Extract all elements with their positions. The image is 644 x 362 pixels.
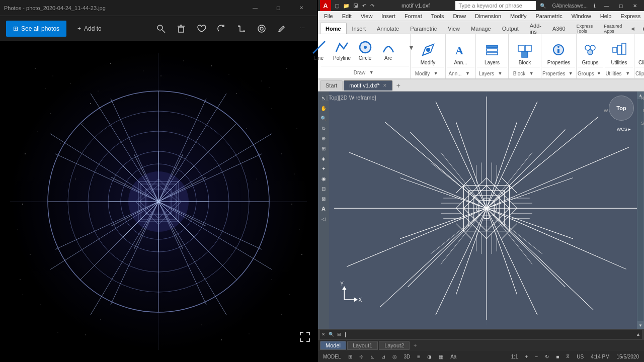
ribbon-tab-view[interactable]: View xyxy=(442,23,465,34)
autocad-search[interactable] xyxy=(455,1,536,10)
more-button[interactable]: ⋯ xyxy=(293,20,311,38)
menu-edit[interactable]: Edit xyxy=(338,11,356,21)
cmd-search-btn[interactable]: 🔍 xyxy=(327,332,336,337)
acad-close-btn[interactable]: ✕ xyxy=(628,0,642,11)
hardware-status[interactable]: ⧖ xyxy=(564,353,572,359)
tool7[interactable]: ◈ xyxy=(319,154,328,163)
layout1-tab[interactable]: Layout1 xyxy=(347,341,378,350)
ribbon-tab-addins[interactable]: Add-ins xyxy=(524,23,547,34)
acad-restore-btn[interactable]: ◻ xyxy=(614,0,628,11)
ribbon-tab-parametric[interactable]: Parametric xyxy=(405,23,442,34)
orbit-tool[interactable]: ↻ xyxy=(319,124,328,133)
pan-tool[interactable]: ✋ xyxy=(319,104,328,113)
arc-tool[interactable]: Arc xyxy=(377,38,399,62)
annotation-toggle[interactable]: Aa xyxy=(448,354,458,359)
utilities-panel-expand[interactable]: ▼ xyxy=(623,68,633,78)
favorite-button[interactable] xyxy=(192,20,210,38)
enhance-button[interactable] xyxy=(253,20,271,38)
photos-minimize-btn[interactable]: — xyxy=(244,0,267,16)
line-tool[interactable]: Line xyxy=(308,38,330,62)
clipboard-tool[interactable]: Clipboard xyxy=(636,38,644,67)
annotate-tool[interactable]: A Ann... xyxy=(449,38,473,67)
rotate-button[interactable] xyxy=(212,20,230,38)
photos-close-btn[interactable]: ✕ xyxy=(290,0,313,16)
circle-tool[interactable]: Circle xyxy=(354,38,376,62)
menu-view[interactable]: View xyxy=(357,11,377,21)
menu-help[interactable]: Help xyxy=(596,11,616,21)
delete-button[interactable] xyxy=(172,20,190,38)
menu-file[interactable]: File xyxy=(320,11,337,21)
ribbon-tab-output[interactable]: Output xyxy=(497,23,524,34)
ribbon-tab-featured[interactable]: Featured Apps xyxy=(598,23,627,34)
tab-close-icon[interactable]: ✕ xyxy=(383,83,387,88)
acad-minimize-btn[interactable]: — xyxy=(600,0,614,11)
grid-toggle[interactable]: ⊞ xyxy=(346,354,354,359)
fullscreen-button[interactable] xyxy=(298,330,312,344)
layers-tool[interactable]: Layers xyxy=(480,38,504,67)
3d-toggle[interactable]: 3D xyxy=(402,354,413,359)
annotate-panel-expand[interactable]: ▼ xyxy=(463,68,473,78)
polar-toggle[interactable]: ⊿ xyxy=(379,354,387,359)
tool13[interactable]: ◁ xyxy=(319,214,328,223)
menu-dimension[interactable]: Dimension xyxy=(471,11,505,21)
tool8[interactable]: ✦ xyxy=(319,164,328,173)
layout2-tab[interactable]: Layout2 xyxy=(379,341,410,350)
view-status[interactable]: ■ xyxy=(554,354,561,359)
snap-toggle[interactable]: ⊹ xyxy=(357,354,365,359)
crop-button[interactable] xyxy=(232,20,251,38)
menu-modify[interactable]: Modify xyxy=(506,11,530,21)
text-tool[interactable]: A xyxy=(319,204,328,213)
photos-maximize-btn[interactable]: ◻ xyxy=(267,0,290,16)
polyline-tool[interactable]: Polyline xyxy=(331,38,353,62)
menu-insert[interactable]: Insert xyxy=(377,11,399,21)
tool6[interactable]: ⊞ xyxy=(319,144,328,153)
ortho-toggle[interactable]: ⊾ xyxy=(368,354,376,359)
osnap-toggle[interactable]: ◎ xyxy=(390,354,399,359)
modify-panel-expand[interactable]: ▼ xyxy=(431,68,441,78)
orbit-status[interactable]: ↻ xyxy=(543,354,551,359)
ribbon-tab-home[interactable]: Home xyxy=(320,23,347,34)
tool9[interactable]: ◉ xyxy=(319,174,328,183)
ribbon-expand-left[interactable]: ◀ xyxy=(627,24,637,34)
zoom-in-btn[interactable]: + xyxy=(523,354,530,359)
menu-tools[interactable]: Tools xyxy=(427,11,448,21)
cmd-expand-btn[interactable]: ▲ xyxy=(634,332,642,337)
nav-cube[interactable]: Top N S W E WCS ▸ xyxy=(609,96,639,132)
ribbon-tab-annotate[interactable]: Annotate xyxy=(371,23,405,34)
menu-draw[interactable]: Draw xyxy=(449,11,470,21)
drawing-viewport[interactable]: [-][Top][2D Wireframe] Top N S W E WCS ▸… xyxy=(318,92,644,329)
groups-tool[interactable]: Groups xyxy=(578,38,602,67)
add-to-button[interactable]: + Add to xyxy=(70,21,109,37)
ribbon-expand-right[interactable]: ▶ xyxy=(639,24,644,34)
menu-parametric[interactable]: Parametric xyxy=(531,11,566,21)
edit-button[interactable] xyxy=(273,20,291,38)
utilities-tool[interactable]: Utilities xyxy=(607,38,631,67)
qa-redo[interactable]: ↷ xyxy=(369,3,376,9)
model-status[interactable]: MODEL xyxy=(321,354,343,359)
qa-new[interactable]: ▢ xyxy=(333,3,341,9)
menu-format[interactable]: Format xyxy=(400,11,426,21)
scroll-track[interactable] xyxy=(637,99,643,321)
model-tab[interactable]: Model xyxy=(320,341,346,350)
properties-panel-expand[interactable]: ▼ xyxy=(567,68,575,78)
ribbon-tab-manage[interactable]: Manage xyxy=(465,23,497,34)
lineweight-toggle[interactable]: ≡ xyxy=(415,354,422,359)
select-tool[interactable]: ↖ xyxy=(319,94,328,103)
ribbon-tab-insert[interactable]: Insert xyxy=(347,23,372,34)
ribbon-tab-a360[interactable]: A360 xyxy=(547,23,571,34)
scale-status[interactable]: 1:1 xyxy=(509,354,520,359)
start-tab[interactable]: Start xyxy=(320,80,343,90)
block-panel-expand[interactable]: ▼ xyxy=(526,68,536,78)
draw-panel-expand[interactable]: ▼ xyxy=(366,67,376,77)
transparency-toggle[interactable]: ◑ xyxy=(425,354,434,359)
zoom-button[interactable] xyxy=(152,20,170,38)
zoom-out-btn[interactable]: − xyxy=(533,354,540,359)
selection-toggle[interactable]: ▦ xyxy=(437,354,445,359)
cmd-close-btn[interactable]: ✕ xyxy=(320,332,327,337)
ribbon-tab-express[interactable]: Express Tools xyxy=(571,23,599,34)
see-all-photos-button[interactable]: ⊞ See all photos xyxy=(6,21,66,37)
qa-undo[interactable]: ↶ xyxy=(361,3,368,9)
properties-tool[interactable]: Properties xyxy=(545,38,573,67)
new-layout-btn[interactable]: + xyxy=(411,341,420,350)
menu-express[interactable]: Express xyxy=(616,11,644,21)
